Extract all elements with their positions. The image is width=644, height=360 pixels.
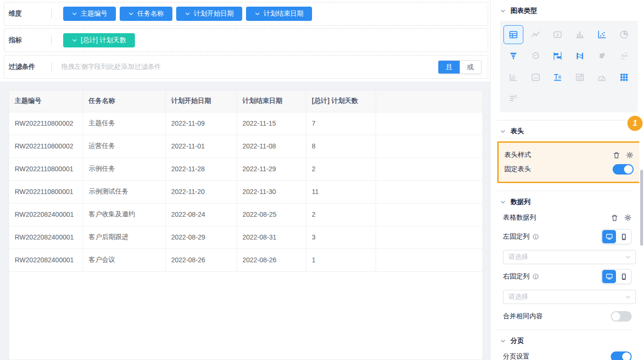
table-row: RW2022110800001示例测试任务2022-11-202022-11-3… <box>9 180 483 203</box>
dimension-pill[interactable]: 任务名称 <box>120 7 172 21</box>
bar-chart-icon <box>575 30 585 39</box>
chart-type-gantt-chart[interactable] <box>548 46 568 65</box>
chart-type-trend-card[interactable] <box>570 68 590 87</box>
table-row: RW2022082400001客户收集及邀约2022-08-242022-08-… <box>9 203 483 226</box>
chart-type-pivot-table[interactable] <box>614 68 634 87</box>
table-cell: 主题任务 <box>83 112 165 135</box>
chart-type-pie-chart[interactable] <box>614 25 634 44</box>
select-placeholder: 请选择 <box>508 293 528 301</box>
trash-icon[interactable] <box>613 151 620 159</box>
table-cell: 2022-08-31 <box>237 226 306 249</box>
chart-type-gauge-chart[interactable] <box>592 68 612 87</box>
mobile-icon[interactable] <box>617 270 631 283</box>
gear-icon[interactable] <box>626 151 634 159</box>
table-cell: 2022-11-20 <box>165 180 237 203</box>
info-icon[interactable] <box>532 233 539 240</box>
table-cell <box>376 249 483 271</box>
chart-type-line-chart[interactable] <box>526 25 546 44</box>
merge-same-content-label: 合并相同内容 <box>503 312 543 321</box>
table-cell <box>376 203 483 226</box>
section-pagination[interactable]: 分页 <box>500 337 639 345</box>
chevron-down-icon <box>185 11 190 17</box>
chart-type-bar-chart[interactable] <box>570 25 590 44</box>
chart-type-funnel-chart[interactable] <box>503 46 523 65</box>
table-row: RW2022110800002运营任务2022-11-012022-11-088 <box>9 135 483 157</box>
left-fixed-column-select[interactable]: 请选择 <box>503 250 636 264</box>
chevron-down-icon <box>625 294 631 300</box>
pagination-settings-label: 分页设置 <box>503 352 530 360</box>
chart-type-table-chart[interactable] <box>503 25 523 44</box>
section-title-text: 分页 <box>511 337 524 345</box>
pill-label: 任务名称 <box>137 9 164 18</box>
chevron-down-icon <box>500 129 506 134</box>
section-data-columns[interactable]: 数据列 <box>500 198 639 206</box>
metric-pill[interactable]: [总计] 计划天数 <box>63 33 135 47</box>
chart-type-code-widget[interactable]: </> <box>526 68 546 87</box>
table-header-cell: 计划结束日期 <box>237 91 306 112</box>
table-cell <box>376 157 483 180</box>
mobile-icon[interactable] <box>617 230 631 243</box>
logic-and-button[interactable]: 且 <box>438 61 460 74</box>
table-row: RW2022082400001客户会议2022-08-262022-08-261 <box>9 249 483 271</box>
table-header-cell: 计划开始日期 <box>165 91 237 112</box>
svg-text:8: 8 <box>557 33 559 37</box>
dimension-pill[interactable]: 主题编号 <box>63 7 116 21</box>
section-chart-type[interactable]: 图表类型 <box>500 7 639 15</box>
chart-type-rank-list[interactable]: 1 <box>503 89 523 108</box>
pagination-settings-switch[interactable] <box>611 351 632 360</box>
merge-same-content-switch[interactable] <box>611 311 632 322</box>
table-cell: 8 <box>306 135 376 157</box>
chart-type-rich-text[interactable] <box>548 68 568 87</box>
info-icon[interactable] <box>532 273 539 280</box>
logic-or-button[interactable]: 或 <box>460 61 481 74</box>
table-chart-icon <box>509 30 518 39</box>
fixed-header-switch[interactable] <box>613 164 634 175</box>
table-cell: RW2022082400001 <box>9 226 83 249</box>
chart-type-bridge-chart[interactable] <box>570 46 590 65</box>
left-fixed-column-label: 左固定列 <box>503 232 530 241</box>
scrollbar-thumb[interactable] <box>640 170 643 246</box>
table-header-cell: [总计] 计划天数 <box>306 91 376 112</box>
table-cell: 运营任务 <box>83 135 165 157</box>
gear-icon[interactable] <box>624 214 632 222</box>
progress-chart-icon <box>509 73 518 82</box>
table-cell: RW2022082400001 <box>9 203 83 226</box>
trash-icon[interactable] <box>611 214 618 222</box>
chart-type-progress-chart[interactable] <box>503 68 523 87</box>
step-badge: 1 <box>627 116 643 131</box>
svg-text:</>: </> <box>533 76 538 79</box>
table-cell: RW2022110800001 <box>9 157 83 180</box>
svg-text:Text: Text <box>621 54 627 57</box>
section-table-header[interactable]: 表头 <box>500 127 639 136</box>
divider <box>51 36 52 45</box>
filter-logic-toggle: 且 或 <box>438 60 482 74</box>
desktop-icon[interactable] <box>602 230 616 243</box>
pill-label: 主题编号 <box>81 9 107 18</box>
chart-type-card-number[interactable]: 8 <box>548 25 568 44</box>
desktop-icon[interactable] <box>602 270 616 283</box>
chart-type-scatter-chart[interactable] <box>592 25 612 44</box>
chart-type-polygon-map[interactable] <box>526 46 546 65</box>
right-fixed-column-select[interactable]: 请选择 <box>503 290 636 304</box>
fixed-header-label: 固定表头 <box>504 165 531 174</box>
table-header-cell <box>376 91 483 112</box>
china-map-icon <box>597 51 606 61</box>
code-widget-icon: </> <box>531 73 540 82</box>
left-fixed-device-toggle <box>601 229 632 244</box>
table-cell: RW2022110800001 <box>9 180 83 203</box>
pill-label: 计划开始日期 <box>194 9 234 18</box>
section-title-text: 表头 <box>511 127 524 136</box>
gauge-chart-icon <box>597 73 606 82</box>
section-title-text: 数据列 <box>511 198 530 206</box>
table-cell <box>376 135 483 157</box>
vertical-scrollbar <box>639 0 644 360</box>
right-fixed-column-row: 右固定列 <box>503 271 632 282</box>
dimension-pill[interactable]: 计划开始日期 <box>176 7 242 21</box>
table-cell: 客户会议 <box>83 249 165 271</box>
divider <box>51 9 52 18</box>
chart-type-china-map[interactable] <box>592 46 612 65</box>
chart-type-word-cloud[interactable]: TextCloudDesign <box>614 46 634 65</box>
dimension-label: 维度 <box>9 9 51 18</box>
table-cell: 2022-11-29 <box>237 157 306 180</box>
dimension-pill[interactable]: 计划结束日期 <box>246 7 312 21</box>
